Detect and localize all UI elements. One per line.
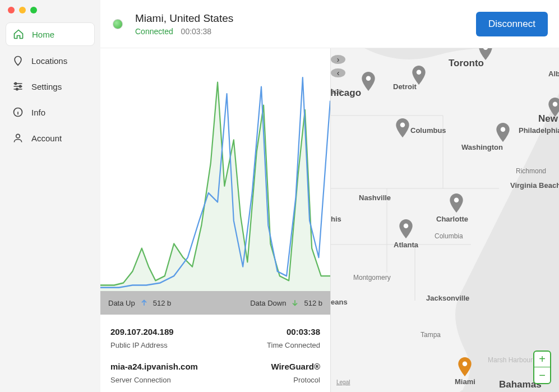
map-city-label: Washington: [461, 143, 503, 151]
svg-point-12: [454, 197, 459, 202]
chevron-right-icon[interactable]: ›: [331, 55, 345, 64]
sidebar-item-label: Account: [31, 133, 62, 143]
svg-point-8: [417, 70, 422, 75]
chevron-left-icon[interactable]: ‹: [331, 68, 345, 77]
map-label: Nashville: [359, 193, 391, 202]
data-down-label: Data Down: [250, 299, 286, 307]
svg-point-11: [501, 127, 506, 132]
traffic-chart: [100, 48, 330, 291]
svg-point-13: [404, 223, 409, 228]
map-label: Montgomery: [353, 274, 391, 282]
user-icon: [12, 132, 24, 144]
map-label: Alba: [548, 70, 559, 78]
map-pin-chicago[interactable]: [361, 72, 376, 91]
sidebar: Home Locations Settings Info: [0, 0, 100, 392]
pin-icon: [12, 55, 24, 66]
svg-point-4: [16, 134, 20, 138]
map-pin-columbus[interactable]: [395, 118, 410, 137]
map-pin-charlotte[interactable]: [449, 193, 464, 213]
window-controls[interactable]: [8, 7, 37, 13]
map[interactable]: › ‹ AlbaPhiladelphiaRichmondVirginia Bea…: [331, 48, 559, 392]
sidebar-item-account[interactable]: Account: [6, 127, 95, 149]
maximize-icon[interactable]: [30, 7, 37, 13]
map-label: Philadelphia: [519, 126, 559, 135]
settings-icon: [12, 81, 24, 92]
map-label: Tampa: [421, 331, 441, 339]
zoom-control[interactable]: + −: [533, 351, 551, 384]
legal-link[interactable]: Legal: [336, 379, 350, 385]
arrow-up-icon: [140, 298, 149, 307]
map-label: Richmond: [516, 167, 546, 175]
data-up-label: Data Up: [108, 299, 135, 307]
zoom-in-button[interactable]: +: [534, 352, 550, 367]
map-pin-detroit[interactable]: [412, 66, 426, 85]
public-ip-value: 209.107.204.189: [110, 327, 174, 336]
map-city-label: Chicago: [331, 87, 361, 99]
time-connected-label: Time Connected: [267, 341, 320, 349]
map-pin-atlanta[interactable]: [399, 219, 413, 238]
minimize-icon[interactable]: [19, 7, 26, 13]
close-icon[interactable]: [8, 7, 15, 13]
time-connected-value: 00:03:38: [267, 327, 320, 336]
svg-point-14: [463, 361, 468, 366]
sidebar-item-label: Info: [31, 108, 45, 117]
sidebar-item-settings[interactable]: Settings: [6, 75, 95, 98]
home-icon: [13, 29, 24, 40]
server-label: Server Connection: [110, 376, 198, 384]
sidebar-item-home[interactable]: Home: [6, 22, 95, 46]
map-panel-toggle[interactable]: › ‹: [331, 55, 338, 62]
map-city-label: Detroit: [393, 82, 417, 91]
sidebar-item-locations[interactable]: Locations: [6, 49, 95, 72]
svg-point-10: [400, 122, 405, 127]
sidebar-item-info[interactable]: Info: [6, 101, 95, 123]
sidebar-item-label: Locations: [31, 56, 67, 66]
map-label: his: [331, 215, 341, 223]
stats-panel: 209.107.204.189 Public IP Address 00:03:…: [100, 315, 330, 392]
info-icon: [12, 107, 24, 118]
bandwidth-bar: Data Up 512 b Data Down 5: [100, 291, 330, 315]
svg-point-7: [366, 76, 371, 81]
map-city-label: Atlanta: [394, 241, 418, 249]
arrow-down-icon: [290, 298, 299, 307]
data-down-value: 512 b: [304, 299, 322, 307]
map-label: Virginia Beach: [510, 181, 559, 190]
protocol-label: Protocol: [271, 376, 320, 384]
protocol-value: WireGuard®: [271, 362, 320, 371]
map-label: Columbia: [435, 232, 463, 240]
status-label: Connected: [135, 27, 173, 36]
data-up-value: 512 b: [153, 299, 172, 307]
sidebar-item-label: Settings: [31, 82, 62, 91]
map-label: eans: [331, 298, 348, 306]
map-city-label: New York: [538, 113, 559, 124]
map-city-label: Columbus: [410, 126, 446, 135]
zoom-out-button[interactable]: −: [534, 367, 550, 383]
map-city-label: Toronto: [449, 58, 484, 69]
map-city-label: Charlotte: [436, 215, 468, 223]
svg-point-9: [553, 102, 558, 107]
server-value: mia-a24.ipvanish.com: [110, 362, 198, 371]
disconnect-button[interactable]: Disconnect: [476, 12, 548, 36]
map-label: Marsh Harbour: [488, 356, 533, 364]
public-ip-label: Public IP Address: [110, 341, 174, 349]
map-pin-miami[interactable]: [458, 357, 472, 376]
sidebar-item-label: Home: [32, 30, 54, 39]
map-label: Jacksonville: [426, 294, 469, 302]
location-title: Miami, United States: [135, 12, 233, 25]
connection-header: Miami, United States Connected 00:03:38 …: [100, 0, 559, 48]
map-city-label: Miami: [455, 377, 475, 386]
status-dot-icon: [113, 19, 123, 29]
map-pin-washington[interactable]: [496, 123, 510, 142]
header-timer: 00:03:38: [181, 27, 212, 36]
